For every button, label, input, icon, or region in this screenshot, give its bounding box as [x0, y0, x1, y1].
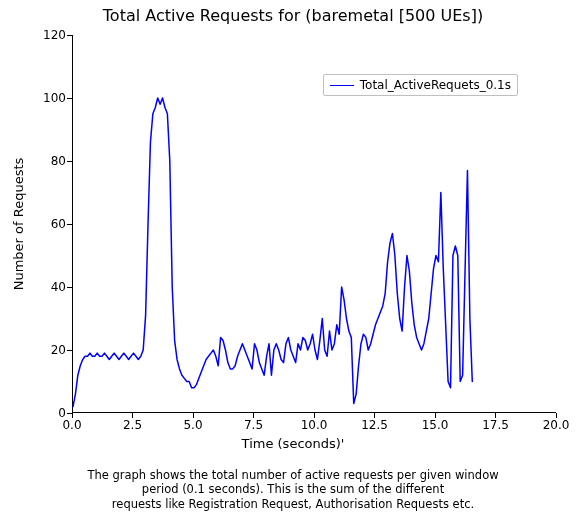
legend-label: Total_ActiveRequets_0.1s: [360, 78, 511, 92]
chart-title: Total Active Requests for (baremetal [50…: [0, 6, 586, 25]
y-tick: [67, 161, 72, 162]
y-tick-label: 120: [43, 28, 66, 42]
y-tick-label: 0: [58, 406, 66, 420]
plot-area: Total_ActiveRequets_0.1s: [72, 35, 556, 413]
x-axis-label: Time (seconds)': [0, 436, 586, 451]
y-tick-label: 100: [43, 91, 66, 105]
x-tick-label: 2.5: [123, 418, 142, 432]
y-tick-label: 60: [51, 217, 66, 231]
x-tick-label: 7.5: [244, 418, 263, 432]
x-tick-label: 20.0: [543, 418, 570, 432]
x-tick-label: 12.5: [361, 418, 388, 432]
y-tick: [67, 98, 72, 99]
y-tick-label: 40: [51, 280, 66, 294]
figure: Total Active Requests for (baremetal [50…: [0, 0, 586, 520]
caption-line-3: requests like Registration Request, Auth…: [0, 497, 586, 511]
y-tick-label: 80: [51, 154, 66, 168]
y-tick-label: 20: [51, 343, 66, 357]
y-axis-label: Number of Requests: [11, 158, 26, 291]
caption: The graph shows the total number of acti…: [0, 468, 586, 511]
y-tick: [67, 224, 72, 225]
x-tick-label: 0.0: [62, 418, 81, 432]
caption-line-2: period (0.1 seconds). This is the sum of…: [0, 482, 586, 496]
x-tick-label: 10.0: [301, 418, 328, 432]
y-tick: [67, 413, 72, 414]
caption-line-1: The graph shows the total number of acti…: [0, 468, 586, 482]
x-tick-label: 17.5: [482, 418, 509, 432]
y-tick: [67, 287, 72, 288]
y-tick: [67, 35, 72, 36]
x-tick-label: 5.0: [183, 418, 202, 432]
legend: Total_ActiveRequets_0.1s: [323, 74, 518, 96]
y-tick: [67, 350, 72, 351]
x-tick-label: 15.0: [422, 418, 449, 432]
legend-line-icon: [330, 85, 354, 86]
